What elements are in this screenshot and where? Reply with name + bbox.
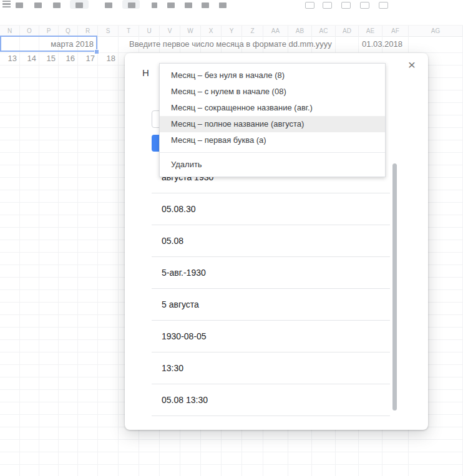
- format-example-row[interactable]: 5-авг.-1930: [152, 257, 390, 289]
- menu-item[interactable]: Месяц – без нуля в начале (8): [160, 67, 385, 84]
- menu-separator: [160, 152, 385, 153]
- dialog-title: Н: [142, 67, 149, 78]
- menu-item[interactable]: Месяц – сокращенное название (авг.): [160, 100, 385, 116]
- close-icon[interactable]: ×: [408, 58, 416, 71]
- format-example-row[interactable]: 05.08.30: [152, 193, 390, 225]
- month-format-menu-items: Месяц – без нуля в начале (8)Месяц – с н…: [160, 67, 385, 148]
- menu-item[interactable]: Месяц – с нулем в начале (08): [160, 84, 385, 100]
- format-example-row[interactable]: 5 августа: [152, 289, 390, 321]
- month-format-menu: Месяц – без нуля в начале (8)Месяц – с н…: [159, 63, 386, 177]
- format-example-row[interactable]: 13:30: [152, 352, 390, 384]
- spreadsheet-app: NOPQRSTUVWXYZAAABACADAEAFAG марта 2018 В…: [0, 0, 463, 476]
- format-example-row[interactable]: 1930-08-05: [152, 321, 390, 352]
- menu-item-delete[interactable]: Удалить: [160, 157, 385, 173]
- menu-item[interactable]: Месяц – полное название (августа): [160, 116, 385, 132]
- format-example-row[interactable]: 05.08 13:30: [152, 384, 390, 416]
- format-example-row[interactable]: 05.08: [152, 225, 390, 257]
- format-examples-list: августа 193005.08.3005.085-авг.-19305 ав…: [152, 162, 390, 416]
- examples-scrollbar[interactable]: [392, 163, 397, 410]
- menu-item[interactable]: Месяц – первая буква (а): [160, 132, 385, 148]
